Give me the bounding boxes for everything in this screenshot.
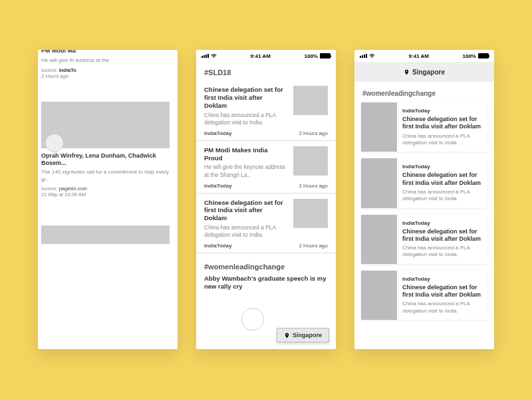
location-pill[interactable]: Singapore [277,328,329,342]
article-title: Chinese delegation set for first India v… [204,199,287,223]
mockup-screen-1: e delegation set for India visit after D… [38,50,178,349]
article-title: Chinese delegation set for first India v… [402,116,482,131]
article-title: PM Modi Ma [41,50,170,55]
article-snippet: China has announced a PLA delegation vis… [402,245,482,259]
article-card[interactable]: IndiaToday Chinese delegation set for fi… [361,102,487,152]
battery-pct: 100% [305,53,318,59]
signal-icon [360,54,367,58]
article-thumbnail [41,102,170,148]
top-article-pair: e delegation set for India visit after D… [38,50,178,83]
article-thumbnail [293,199,328,228]
article-source: IndiaToday [402,220,482,226]
article-snippet: China has announced a PLA delegation vis… [204,112,287,126]
battery-icon [478,53,489,59]
location-pin-icon [284,332,290,338]
location-header-label: Singapore [412,68,445,76]
article-card[interactable]: IndiaToday Chinese delegation set for fi… [361,271,487,320]
article-source: IndiaToday [204,183,232,189]
hashtag-heading[interactable]: #SLD18 [196,62,336,80]
article-snippet: The 140 signtories call for a commitment… [41,169,170,183]
hashtag-heading[interactable]: m Road [38,207,178,225]
feed-scroll[interactable]: #SLD18 Chinese delegation set for first … [196,62,336,349]
article-title: Chinese delegation set for first India v… [402,172,482,187]
article-title: Chinese delegation set for first India v… [402,228,482,243]
article-meta: source: IndiaTo 2 Hours ago [41,67,170,79]
article-title[interactable]: Abby Wambach's graduate speech is my new… [204,275,328,291]
article-source: IndiaToday [204,243,232,249]
article-snippet: China has announced a PLA delegation vis… [402,133,482,147]
battery-pct: 100% [463,53,476,59]
mockup-screen-3: 9:41 AM 100% Singapore #womenleadingchan… [354,50,494,349]
article-card[interactable]: IndiaToday Chinese delegation set for fi… [361,158,487,207]
article-title: Chinese delegation set for first India v… [204,86,287,110]
signal-icon [201,54,209,58]
hashtag-heading[interactable]: #womenleadingchange [361,86,487,102]
hashtag-heading[interactable]: menleadingchange [38,83,178,102]
wifi-icon [211,53,217,59]
article-thumbnail [361,271,397,320]
article-time: 2 Hours ago [299,183,328,189]
article-row[interactable]: Chinese delegation set for first India v… [196,194,336,254]
status-time: 9:41 AM [251,53,271,59]
article-title: Chinese delegation set for first India v… [402,284,482,299]
article-thumbnail[interactable] [41,225,170,244]
article-time: 2 Hours ago [299,243,328,249]
feed-scroll[interactable]: #womenleadingchange IndiaToday Chinese d… [354,82,494,349]
article-card[interactable]: IndiaToday Chinese delegation set for fi… [361,215,487,264]
article-meta: source: pagesix.com 21 May at 10:06 AM [41,186,170,198]
feed-scroll[interactable]: e delegation set for India visit after D… [38,50,178,349]
article-source: IndiaToday [402,276,482,282]
article-grid: ation ry raged es a Oprah Winfrey, Lena … [38,102,178,198]
article-snippet: He will give the keynote address at the … [204,164,287,178]
article-row[interactable]: Chinese delegation set for first India v… [196,80,336,141]
article-source: IndiaToday [402,108,482,114]
article-source: IndiaToday [204,130,232,136]
article-snippet: He will give th address at the [41,57,170,64]
battery-icon [320,53,331,59]
location-pill-label: Singapore [293,332,322,338]
article-snippet: China has announced a PLA delegation vis… [402,189,482,203]
status-bar: 9:41 AM 100% [196,50,336,62]
article-card[interactable]: PM Modi Ma He will give th address at th… [41,50,170,79]
article-thumbnail [361,158,397,207]
thumbnail-row [38,225,178,244]
article-thumbnail [361,102,397,152]
location-header[interactable]: Singapore [354,62,494,82]
article-row[interactable]: PM Modi Makes India Proud He will give t… [196,141,336,194]
article-title: PM Modi Makes India Proud [204,146,287,162]
article-snippet: China has announced a PLA delegation vis… [402,301,482,315]
article-source: IndiaToday [402,164,482,170]
wifi-icon [369,53,375,59]
author-avatar [45,134,64,152]
hashtag-heading[interactable]: #womenleadingchange [196,253,336,275]
status-bar: 9:41 AM 100% [354,50,494,62]
location-pin-icon [404,69,410,75]
article-thumbnail [361,215,397,264]
article-thumbnail [293,146,328,176]
article-snippet: China has announced a PLA delegation vis… [204,224,287,239]
mockup-screen-2: 9:41 AM 100% #SLD18 Chinese delegation s… [196,50,336,349]
article-title: Oprah Winfrey, Lena Dunham, Chadwick Bos… [41,152,170,168]
article-card[interactable]: Oprah Winfrey, Lena Dunham, Chadwick Bos… [41,102,170,198]
status-time: 9:41 AM [409,53,429,59]
article-thumbnail [293,86,328,115]
touch-ripple [241,308,264,331]
article-time: 2 Hours ago [299,130,328,136]
